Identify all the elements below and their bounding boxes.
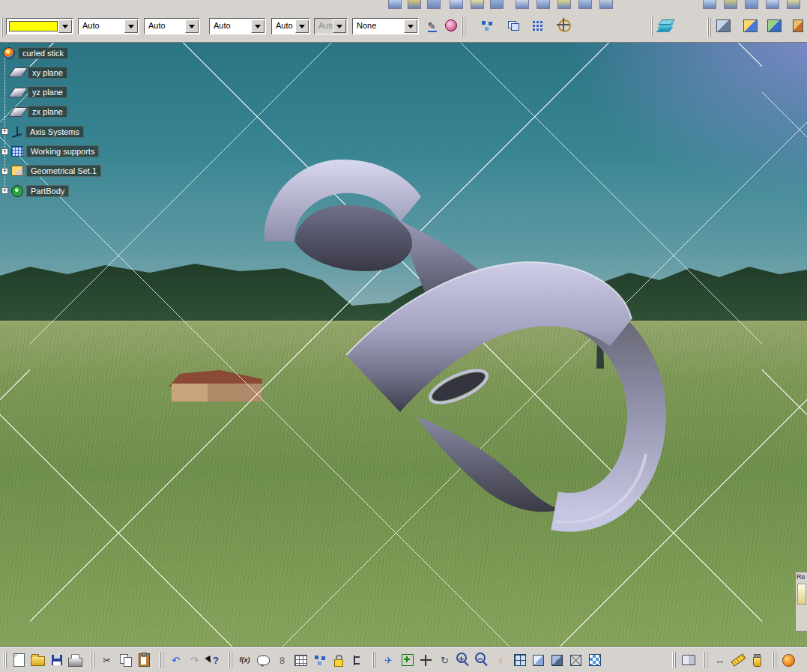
paste-icon[interactable] <box>135 651 154 669</box>
dot-grid-icon[interactable] <box>528 16 547 35</box>
point-type-combo[interactable]: Auto <box>209 18 266 34</box>
new-document-icon[interactable] <box>10 651 28 669</box>
toolbar-drag-handle[interactable] <box>3 652 7 668</box>
blue-gray-tool-icon[interactable] <box>713 16 733 35</box>
tree-item-label[interactable]: xy plane <box>28 67 67 79</box>
catalog-icon[interactable] <box>679 651 698 669</box>
print-icon[interactable] <box>66 651 85 669</box>
toolbar-drag-handle[interactable] <box>462 17 465 37</box>
iso-view-icon[interactable] <box>529 651 548 669</box>
tree-item-zx-plane[interactable]: zx plane <box>1 106 67 118</box>
tree-item-partbody[interactable]: +PartBody <box>1 184 69 197</box>
dropdown-arrow-icon[interactable] <box>185 19 199 33</box>
render-style-combo[interactable]: None <box>352 18 419 34</box>
window-layout-icon[interactable] <box>504 16 523 35</box>
tree-item-label[interactable]: Working supports <box>26 145 99 157</box>
clipped-toolbar-icon[interactable] <box>450 0 463 9</box>
expander-icon[interactable]: + <box>1 187 8 194</box>
fit-all-icon[interactable] <box>398 651 417 669</box>
green-blue-tool-icon[interactable] <box>764 16 784 35</box>
paint-tools-icon[interactable] <box>740 16 760 35</box>
clipped-toolbar-icon[interactable] <box>724 0 737 9</box>
help-pointer-icon[interactable]: ? <box>204 651 223 669</box>
copy-icon[interactable] <box>116 651 135 669</box>
measure-between-icon[interactable]: ↔ <box>710 651 729 669</box>
dropdown-arrow-icon[interactable] <box>333 19 346 33</box>
clipped-toolbar-icon[interactable] <box>388 0 402 9</box>
toolbar-drag-handle[interactable] <box>160 652 163 668</box>
clipped-panel[interactable]: Re <box>795 572 807 632</box>
pan-icon[interactable] <box>417 651 435 669</box>
knowledge-icon[interactable]: 8 <box>273 651 291 669</box>
comment-icon[interactable] <box>254 651 273 669</box>
layer-filter-icon[interactable] <box>656 16 676 35</box>
open-icon[interactable] <box>28 651 47 669</box>
tree-item-label[interactable]: Geometrical Set.1 <box>26 165 101 177</box>
clipped-toolbar-icon[interactable] <box>408 0 421 9</box>
dropdown-arrow-icon[interactable] <box>404 19 417 33</box>
snap-target-icon[interactable] <box>554 16 574 35</box>
clipped-toolbar-icon[interactable] <box>537 0 550 9</box>
3d-viewport[interactable]: curled stickxy planeyz planezx plane+Axi… <box>0 42 807 648</box>
clipped-toolbar-icon[interactable] <box>766 0 779 9</box>
design-table-icon[interactable] <box>291 651 310 669</box>
specification-graph-icon[interactable] <box>477 16 497 35</box>
redo-icon[interactable]: ↷ <box>185 651 204 669</box>
multi-view-icon[interactable] <box>510 651 529 669</box>
toolbar-drag-handle[interactable] <box>707 17 711 37</box>
toolbar-drag-handle[interactable] <box>672 652 676 668</box>
tree-item-geometrical-set-1[interactable]: +Geometrical Set.1 <box>1 165 101 178</box>
zoom-in-icon[interactable]: + <box>454 651 473 669</box>
dropdown-arrow-icon[interactable] <box>58 19 72 33</box>
toolbar-drag-handle[interactable] <box>229 652 232 668</box>
line-type-combo[interactable]: Auto <box>144 18 200 34</box>
toolbar-drag-handle[interactable] <box>372 652 376 668</box>
rotate-icon[interactable]: ↻ <box>435 651 454 669</box>
inertia-icon[interactable] <box>748 651 767 669</box>
constraints-icon[interactable] <box>348 651 366 669</box>
clipped-toolbar-icon[interactable] <box>787 0 800 9</box>
tree-item-curled-stick[interactable]: curled stick <box>3 46 68 59</box>
clipped-toolbar-icon[interactable] <box>557 0 571 9</box>
expander-icon[interactable]: + <box>1 168 8 175</box>
toolbar-drag-handle[interactable] <box>773 652 776 668</box>
tree-item-label[interactable]: curled stick <box>18 47 68 59</box>
toolbar-drag-handle[interactable] <box>649 17 653 37</box>
symbol-combo[interactable]: Auto <box>271 18 310 34</box>
tree-item-label[interactable]: yz plane <box>28 86 67 98</box>
undo-icon[interactable]: ↶ <box>166 651 185 669</box>
toolbar-drag-handle[interactable] <box>704 652 707 668</box>
apply-material-icon[interactable] <box>779 651 798 669</box>
tree-item-label[interactable]: PartBody <box>26 185 69 197</box>
tree-item-label[interactable]: zx plane <box>28 106 67 118</box>
clipped-toolbar-icon[interactable] <box>703 0 716 9</box>
clipped-toolbar-icon[interactable] <box>516 0 529 9</box>
expander-icon[interactable]: + <box>1 148 8 155</box>
fill-color-combo[interactable] <box>6 18 73 34</box>
cut-icon[interactable]: ✂ <box>97 651 116 669</box>
clipped-tool-icon[interactable] <box>788 16 807 35</box>
normal-view-icon[interactable]: ↑ <box>492 651 510 669</box>
painter-icon[interactable]: ✎ <box>422 16 441 35</box>
tree-item-label[interactable]: Axis Systems <box>25 126 84 138</box>
paint-wizard-icon[interactable] <box>441 16 461 35</box>
line-weight-combo[interactable]: Auto <box>78 18 139 34</box>
clipped-toolbar-icon[interactable] <box>471 0 484 9</box>
tree-item-yz-plane[interactable]: yz plane <box>1 86 67 99</box>
formula-icon[interactable]: f(x) <box>235 651 254 669</box>
render-style-icon[interactable] <box>585 651 604 669</box>
clipped-toolbar-icon[interactable] <box>490 0 504 9</box>
clipped-toolbar-icon[interactable] <box>578 0 592 9</box>
wireframe-view-icon[interactable] <box>566 651 585 669</box>
dropdown-arrow-icon[interactable] <box>251 19 265 33</box>
save-icon[interactable] <box>47 651 66 669</box>
toolbar-drag-handle[interactable] <box>91 652 94 668</box>
clipped-toolbar-icon[interactable] <box>599 0 613 9</box>
structure-links-icon[interactable] <box>310 651 329 669</box>
tree-item-working-supports[interactable]: +Working supports <box>1 145 99 158</box>
shaded-view-icon[interactable] <box>548 651 566 669</box>
tree-item-axis-systems[interactable]: +Axis Systems <box>1 125 84 138</box>
clipped-toolbar-icon[interactable] <box>745 0 758 9</box>
layer-combo[interactable]: Auto <box>314 18 348 34</box>
dropdown-arrow-icon[interactable] <box>124 19 138 33</box>
